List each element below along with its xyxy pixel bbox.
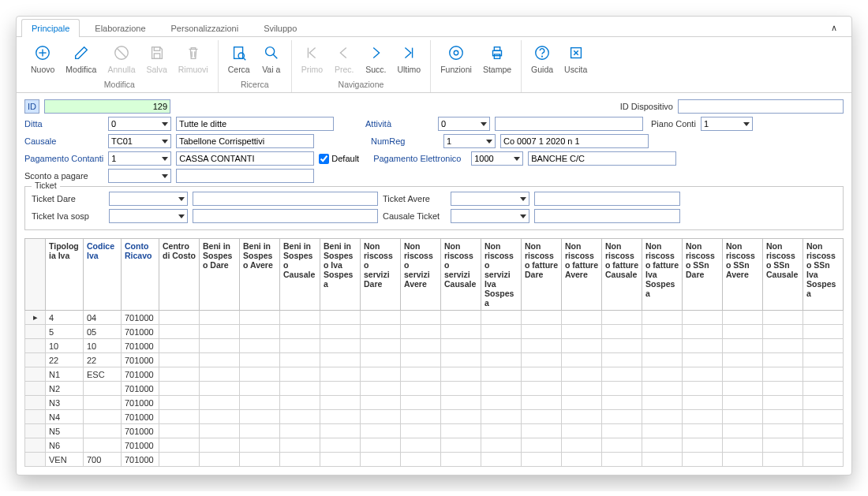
pag-contanti-select[interactable]: 1	[108, 151, 171, 166]
pag-contanti-desc-input[interactable]	[176, 151, 314, 166]
table-row[interactable]: N1ESC701000	[25, 367, 844, 382]
cell[interactable]: VEN	[46, 453, 84, 467]
cell[interactable]	[159, 325, 200, 339]
cell[interactable]	[361, 424, 401, 438]
guida-button[interactable]: Guida	[526, 40, 558, 77]
cell[interactable]	[763, 424, 803, 438]
cell[interactable]: N5	[46, 424, 84, 438]
cell[interactable]	[240, 353, 280, 367]
cell[interactable]	[240, 396, 280, 410]
ticket-dare-desc-input[interactable]	[193, 192, 378, 206]
cell[interactable]	[401, 311, 441, 325]
numreg-select[interactable]: 1	[443, 134, 496, 148]
cell[interactable]	[401, 339, 441, 353]
stampe-button[interactable]: Stampe	[478, 40, 516, 77]
cell[interactable]	[763, 311, 803, 325]
cell[interactable]	[320, 325, 361, 339]
cell[interactable]	[642, 410, 683, 424]
attivita-desc-input[interactable]	[495, 117, 643, 131]
cell[interactable]	[522, 339, 562, 353]
cell[interactable]	[84, 410, 122, 424]
cell[interactable]: 700	[84, 453, 122, 467]
column-header[interactable]: Beni in Sospeso Causale	[280, 239, 320, 311]
cell[interactable]: 10	[46, 339, 84, 353]
column-header[interactable]: Tipologia Iva	[46, 239, 84, 311]
causale-desc-input[interactable]	[176, 134, 314, 148]
cell[interactable]	[240, 382, 280, 396]
cell[interactable]	[441, 339, 481, 353]
cell[interactable]	[522, 424, 562, 438]
funzioni-button[interactable]: Funzioni	[436, 40, 477, 77]
cell[interactable]	[200, 382, 240, 396]
cell[interactable]	[683, 410, 723, 424]
cell[interactable]	[240, 410, 280, 424]
ditta-select[interactable]: 0	[108, 117, 171, 131]
ticket-iva-desc-input[interactable]	[193, 209, 378, 223]
cell[interactable]	[562, 424, 602, 438]
cell[interactable]	[240, 339, 280, 353]
cell[interactable]	[683, 453, 723, 467]
cell[interactable]	[280, 438, 320, 453]
cell[interactable]	[240, 325, 280, 339]
column-header[interactable]: Beni in Sospeso Iva Sospesa	[320, 239, 361, 311]
nuovo-button[interactable]: Nuovo	[26, 40, 59, 77]
cell[interactable]	[441, 424, 481, 438]
cell[interactable]	[361, 438, 401, 453]
cell[interactable]	[240, 367, 280, 382]
cell[interactable]	[522, 410, 562, 424]
cell[interactable]	[361, 325, 401, 339]
cell[interactable]	[280, 424, 320, 438]
cell[interactable]	[320, 311, 361, 325]
cell[interactable]	[562, 453, 602, 467]
cell[interactable]	[683, 424, 723, 438]
cell[interactable]	[562, 311, 602, 325]
cell[interactable]	[320, 367, 361, 382]
id-input[interactable]	[44, 99, 170, 114]
cell[interactable]	[803, 311, 844, 325]
cell[interactable]	[481, 438, 522, 453]
cell[interactable]	[642, 367, 683, 382]
cell[interactable]	[602, 311, 642, 325]
cell[interactable]	[280, 311, 320, 325]
uscita-button[interactable]: Uscita	[559, 40, 592, 77]
cell[interactable]	[159, 382, 200, 396]
cell[interactable]: 701000	[122, 396, 159, 410]
pag-elettr-select[interactable]: 1000	[471, 151, 523, 166]
cell[interactable]	[803, 438, 844, 453]
pag-elettr-desc-input[interactable]	[528, 151, 676, 166]
column-header[interactable]: Non riscosso servizi Iva Sospesa	[481, 239, 522, 311]
cell[interactable]	[642, 424, 683, 438]
cell[interactable]	[562, 438, 602, 453]
cell[interactable]	[522, 353, 562, 367]
cell[interactable]: N4	[46, 410, 84, 424]
causale-ticket-desc-input[interactable]	[534, 209, 680, 223]
cell[interactable]: 701000	[122, 438, 159, 453]
cell[interactable]	[200, 396, 240, 410]
cell[interactable]	[683, 396, 723, 410]
cell[interactable]	[763, 353, 803, 367]
cell[interactable]	[683, 325, 723, 339]
cell[interactable]	[683, 438, 723, 453]
column-header[interactable]: Non riscosso SSn Dare	[683, 239, 723, 311]
column-header[interactable]: Non riscosso fatture Causale	[602, 239, 642, 311]
cell[interactable]	[320, 410, 361, 424]
cell[interactable]: 04	[84, 311, 122, 325]
cell[interactable]	[84, 424, 122, 438]
cell[interactable]	[562, 339, 602, 353]
cell[interactable]: 5	[46, 325, 84, 339]
table-row[interactable]: N4701000	[25, 410, 844, 424]
cell[interactable]	[683, 339, 723, 353]
piano-conti-select[interactable]: 1	[701, 117, 753, 131]
cell[interactable]: N6	[46, 438, 84, 453]
cell[interactable]	[280, 353, 320, 367]
cell[interactable]	[84, 438, 122, 453]
cell[interactable]	[159, 339, 200, 353]
cell[interactable]	[361, 339, 401, 353]
cell[interactable]: N3	[46, 396, 84, 410]
cell[interactable]	[481, 311, 522, 325]
cell[interactable]	[441, 311, 481, 325]
cell[interactable]	[481, 353, 522, 367]
column-header[interactable]: Centro di Costo	[159, 239, 200, 311]
table-row[interactable]: N5701000	[25, 424, 844, 438]
cell[interactable]	[441, 325, 481, 339]
